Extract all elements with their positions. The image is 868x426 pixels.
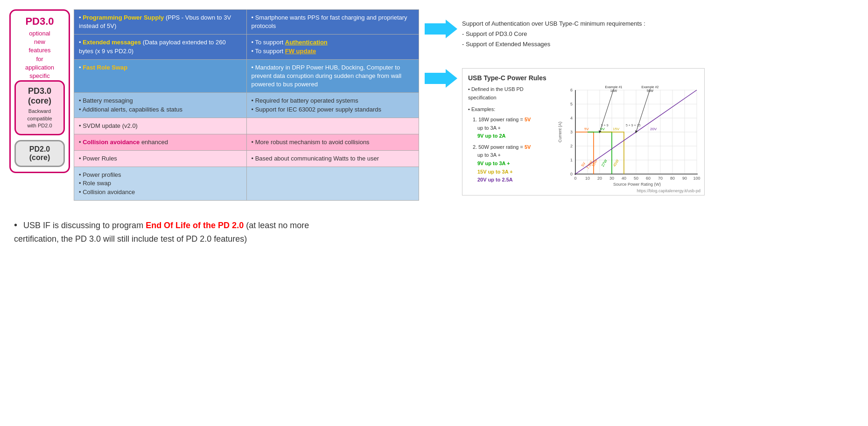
fw-line: To support FW update <box>252 47 414 56</box>
bullet-icon <box>79 64 83 71</box>
svg-text:20V: 20V <box>650 127 657 131</box>
auth-info-item2: - Support of Extended Messages <box>462 39 645 49</box>
bullet-icon <box>252 97 255 104</box>
svg-text:0: 0 <box>570 172 573 176</box>
table-cell-desc: Smartphone wants PPS for fast charging a… <box>246 10 419 35</box>
svg-text:10: 10 <box>585 176 590 181</box>
arrows-and-info: Support of Authentication over USB Type-… <box>425 9 705 196</box>
chart-examples-label: • Examples: <box>468 105 552 114</box>
bullet-icon <box>79 97 83 104</box>
chart-ex2-d4: 20V up to 2.5A <box>477 176 552 184</box>
svg-text:Example #1: Example #1 <box>605 85 623 89</box>
battery-desc2: Support for IEC 63002 power supply stand… <box>252 105 414 114</box>
auth-info-title: Support of Authentication over USB Type-… <box>462 19 645 29</box>
pd20-core-box: PD2.0 (core) <box>14 140 65 167</box>
chart-defined: • Defined in the USB PD specification <box>468 85 552 102</box>
pd30-core-title: PD3.0 (core) <box>20 86 60 106</box>
svg-text:90: 90 <box>682 176 687 181</box>
svg-text:100: 100 <box>693 176 700 181</box>
bullet-icon <box>79 171 83 178</box>
table-row: Power Rules Based about communicating Wa… <box>74 151 419 167</box>
table-cell-feature: Fast Role Swap <box>74 59 247 93</box>
auth-info-item1: - Support of PD3.0 Core <box>462 29 645 39</box>
bottom-section: • USB IF is discussing to program End Of… <box>9 217 336 246</box>
table-row: Programming Power Supply (PPS - Vbus dow… <box>74 10 419 35</box>
bullet-icon <box>252 155 255 162</box>
table-cell-feature: Collision avoidance enhanced <box>74 134 247 150</box>
table-cell-feature: Extended messages (Data payload extended… <box>74 35 247 59</box>
pd30-core-box: PD3.0 (core) Backward compatible with PD… <box>14 80 65 135</box>
bottom-text-before: USB IF is discussing to program <box>23 221 146 230</box>
svg-text:45W: 45W <box>612 159 620 168</box>
svg-text:2: 2 <box>570 144 573 148</box>
bottom-highlight: End Of Life of the PD 2.0 <box>146 221 244 230</box>
table-row: Power profiles Role swap Collision avoid… <box>74 167 419 201</box>
power-rules-desc: Based about communicating Watts to the u… <box>255 155 379 162</box>
bullet-icon <box>79 122 83 129</box>
bullet-icon <box>252 139 255 146</box>
pd2-feature2: Role swap <box>79 179 242 188</box>
svg-text:60: 60 <box>646 176 651 181</box>
pd-boxes: PD3.0 optional new features for applicat… <box>9 9 70 164</box>
svg-text:5V: 5V <box>584 127 589 131</box>
bullet-icon <box>79 180 83 187</box>
pd30-title: PD3.0 <box>25 15 54 28</box>
table-cell-desc <box>246 167 419 201</box>
svg-marker-0 <box>425 20 457 38</box>
chart-ex2-d3: 15V up to 3A + <box>477 168 552 176</box>
auth-info-block: Support of Authentication over USB Type-… <box>425 19 705 49</box>
top-area: PD3.0 optional new features for applicat… <box>9 9 859 201</box>
bullet-icon <box>79 155 83 162</box>
bullet-icon <box>252 64 255 71</box>
arrow-right-icon <box>425 68 457 89</box>
feature-table: Programming Power Supply (PPS - Vbus dow… <box>74 9 419 201</box>
svg-text:3: 3 <box>570 130 573 134</box>
pd30-inner-bottom: PD3.0 (core) Backward compatible with PD… <box>14 80 65 167</box>
battery-desc1: Required for battery operated systems <box>252 97 414 105</box>
svg-text:30: 30 <box>609 176 614 181</box>
svg-text:50: 50 <box>634 176 638 181</box>
bullet-icon <box>252 39 255 46</box>
auth-line: To support Authentication <box>252 38 414 47</box>
table-cell-desc: Required for battery operated systems Su… <box>246 93 419 118</box>
svg-text:18W: 18W <box>610 89 617 92</box>
svg-line-56 <box>636 89 650 132</box>
chart-labels-left: • Defined in the USB PD specification • … <box>468 85 552 189</box>
chart-content: • Defined in the USB PD specification • … <box>468 85 699 189</box>
auth-highlight: Authentication <box>285 39 328 46</box>
table-row: Collision avoidance enhanced More robust… <box>74 134 419 150</box>
bullet-icon <box>79 14 83 21</box>
svg-text:Source Power Rating (W): Source Power Rating (W) <box>613 182 661 187</box>
chart-info-block: USB Type-C Power Rules • Defined in the … <box>425 68 705 196</box>
table-cell-desc: Mandatory in DRP Power HUB, Docking, Com… <box>246 59 419 93</box>
pd2-feature3: Collision avoidance <box>79 188 242 196</box>
table-row: Fast Role Swap Mandatory in DRP Power HU… <box>74 59 419 93</box>
fw-highlight: FW update <box>285 48 316 55</box>
chart-ex1-d2: 9V up to 2A <box>477 132 552 140</box>
power-rules-chart: .axis-label { font-size: 9px; fill: #555… <box>557 85 701 188</box>
svg-text:5: 5 <box>570 102 573 106</box>
svg-text:80: 80 <box>670 176 675 181</box>
table-cell-desc: To support Authentication To support FW … <box>246 35 419 59</box>
svg-text:0: 0 <box>574 176 576 181</box>
svg-text:27W: 27W <box>601 159 608 168</box>
pd2-feature1: Power profiles <box>79 171 242 179</box>
collision-detail: enhanced <box>141 139 168 146</box>
chart-ex2-d1: up to 3A + <box>477 151 552 160</box>
table-cell-feature: SVDM update (v2.0) <box>74 118 247 134</box>
table-and-arrows: Programming Power Supply (PPS - Vbus dow… <box>74 9 705 201</box>
svg-text:40: 40 <box>622 176 626 181</box>
pd30-subtitle: optional new features for application sp… <box>25 29 54 80</box>
svg-text:70: 70 <box>658 176 663 181</box>
bottom-bullet: • <box>14 220 17 230</box>
pd20-core-title: PD2.0 (core) <box>20 145 60 162</box>
bullet-icon <box>79 139 83 146</box>
svg-text:1: 1 <box>570 158 573 162</box>
chart-svg-wrap: .axis-label { font-size: 9px; fill: #555… <box>557 85 701 189</box>
svg-text:15W: 15W <box>591 159 598 168</box>
frs-highlight: Fast Role Swap <box>83 64 127 71</box>
auth-info-text: Support of Authentication over USB Type-… <box>462 19 645 49</box>
bullet-icon <box>79 39 83 46</box>
chart-ex2: 2. 50W power rating = 5V <box>473 143 552 152</box>
table-cell-desc: More robust mechanism to avoid collision… <box>246 134 419 150</box>
